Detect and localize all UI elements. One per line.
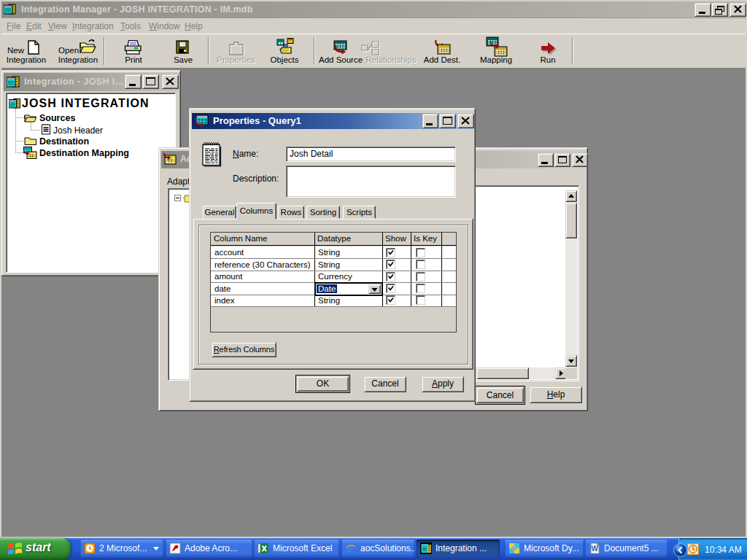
svg-text:e: e bbox=[347, 542, 353, 554]
svg-text:W: W bbox=[592, 545, 599, 553]
